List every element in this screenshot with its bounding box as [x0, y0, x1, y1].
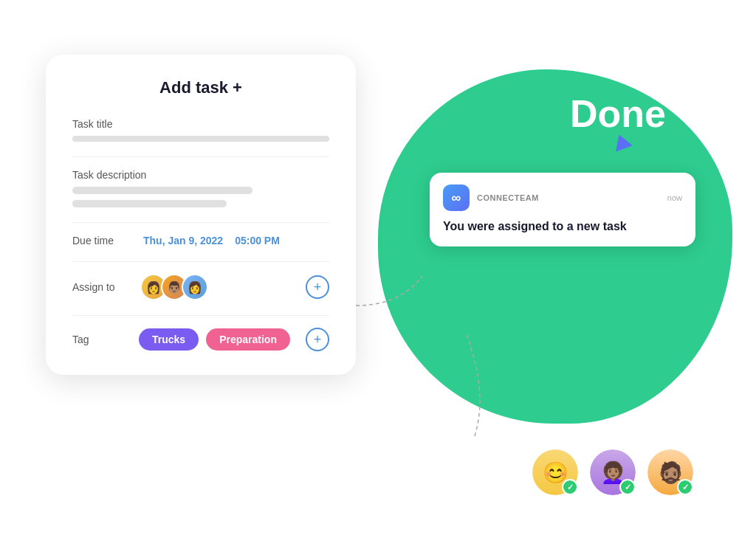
assigned-avatar-3: 👩 — [182, 274, 208, 300]
done-label: Done — [570, 92, 666, 136]
tag-label: Tag — [72, 334, 131, 345]
tag-trucks[interactable]: Trucks — [139, 328, 199, 351]
task-description-label: Task description — [72, 169, 329, 181]
check-badge-3: ✓ — [677, 479, 693, 495]
bottom-avatar-1: 😊 ✓ — [530, 447, 580, 497]
check-badge-2: ✓ — [619, 479, 636, 495]
check-badge-1: ✓ — [562, 479, 578, 495]
divider-1 — [72, 156, 329, 157]
tag-preparation[interactable]: Preparation — [206, 328, 290, 351]
scene: Done Add task + Task title Task descript… — [46, 25, 710, 527]
desc-placeholder-2 — [72, 200, 227, 207]
due-time-value[interactable]: 05:00 PM — [235, 235, 280, 246]
due-time-row: Due time Thu, Jan 9, 2022 05:00 PM — [72, 235, 329, 246]
task-title-input-area[interactable] — [72, 136, 329, 142]
add-assignee-button[interactable]: + — [306, 275, 329, 299]
divider-3 — [72, 261, 329, 262]
task-description-field: Task description — [72, 169, 329, 207]
title-placeholder-bar — [72, 136, 329, 142]
task-title-field: Task title — [72, 118, 329, 142]
card-title: Add task + — [72, 78, 329, 97]
due-date-value[interactable]: Thu, Jan 9, 2022 — [143, 235, 223, 246]
app-icon-symbol: ∞ — [452, 190, 461, 206]
assign-to-row: Assign to 👩 👨🏽 👩 + — [72, 274, 329, 300]
divider-4 — [72, 315, 329, 316]
bottom-avatars-group: 😊 ✓ 👩🏽‍🦱 ✓ 🧔🏽 ✓ — [530, 447, 695, 497]
bottom-avatar-2: 👩🏽‍🦱 ✓ — [588, 447, 638, 497]
notification-message: You were assigned to a new task — [443, 218, 682, 235]
notification-card: ∞ CONNECTEAM now You were assigned to a … — [430, 173, 695, 246]
notification-time: now — [667, 193, 682, 202]
divider-2 — [72, 222, 329, 223]
avatar-face-3: 👩 — [183, 275, 207, 299]
desc-placeholder-1 — [72, 187, 252, 194]
add-tag-button[interactable]: + — [306, 328, 329, 351]
notification-app-name: CONNECTEAM — [477, 193, 660, 202]
due-time-label: Due time — [72, 235, 131, 246]
notification-header: ∞ CONNECTEAM now — [443, 184, 682, 211]
assign-to-label: Assign to — [72, 281, 131, 293]
connecteam-app-icon: ∞ — [443, 184, 470, 211]
task-title-label: Task title — [72, 118, 329, 130]
tag-row: Tag Trucks Preparation + — [72, 328, 329, 351]
add-task-card: Add task + Task title Task description D… — [46, 55, 356, 375]
assigned-avatars: 👩 👨🏽 👩 — [140, 274, 208, 300]
bottom-avatar-3: 🧔🏽 ✓ — [645, 447, 695, 497]
